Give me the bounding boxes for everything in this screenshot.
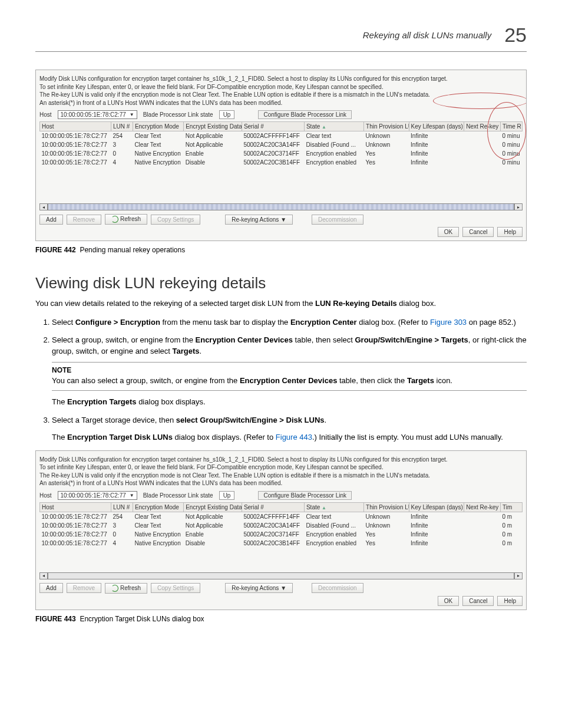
- scrollbar[interactable]: ◂ ▸: [39, 203, 523, 210]
- sort-asc-icon[interactable]: ▲: [322, 505, 326, 510]
- chevron-down-icon: ▼: [130, 493, 134, 498]
- scroll-left-icon[interactable]: ◂: [39, 572, 48, 579]
- table-row[interactable]: 10:00:00:05:1E:78:C2:77254Clear TextNot …: [40, 512, 523, 521]
- lun-table-body-2: 10:00:00:05:1E:78:C2:77254Clear TextNot …: [40, 512, 523, 548]
- table-row[interactable]: 10:00:00:05:1E:78:C2:770Native Encryptio…: [40, 530, 523, 539]
- figure-442-screenshot: Modify Disk LUNs configuration for encry…: [35, 70, 527, 241]
- ok-button[interactable]: OK: [438, 227, 459, 237]
- lun-table-body-1: 10:00:00:05:1E:78:C2:77254Clear TextNot …: [40, 131, 523, 167]
- step-1: Select Configure > Encryption from the m…: [52, 317, 527, 328]
- table-row[interactable]: 10:00:00:05:1E:78:C2:770Native Encryptio…: [40, 149, 523, 158]
- chevron-down-icon: ▼: [130, 112, 134, 117]
- lun-table: HostLUN # Encryption ModeEncrypt Existin…: [39, 121, 523, 167]
- lun-table: HostLUN # Encryption ModeEncrypt Existin…: [39, 502, 523, 548]
- configure-bp-link-button[interactable]: Configure Blade Processor Link: [258, 110, 352, 119]
- scroll-right-icon[interactable]: ▸: [514, 572, 523, 579]
- table-row[interactable]: 10:00:00:05:1E:78:C2:773Clear TextNot Ap…: [40, 140, 523, 149]
- dlg-intro-3: The Re-key LUN is valid only if the encr…: [39, 91, 523, 99]
- scrollbar[interactable]: ◂ ▸: [39, 572, 523, 579]
- copy-settings-button[interactable]: Copy Settings: [151, 215, 200, 225]
- rekey-actions-button[interactable]: Re-keying Actions ▼: [225, 215, 293, 225]
- figure-443-link[interactable]: Figure 443: [276, 433, 312, 442]
- decommission-button[interactable]: Decommission: [312, 215, 363, 225]
- add-button[interactable]: Add: [39, 215, 63, 225]
- remove-button[interactable]: Remove: [67, 215, 101, 225]
- host-select[interactable]: 10:00:00:05:1E:78:C2:77▼: [58, 110, 137, 119]
- page-title: Rekeying all disk LUNs manually: [363, 30, 491, 40]
- help-button[interactable]: Help: [497, 227, 523, 237]
- table-row[interactable]: 10:00:00:05:1E:78:C2:774Native Encryptio…: [40, 539, 523, 548]
- dlg-intro-2: To set infinite Key Lifespan, enter 0, o…: [39, 83, 523, 91]
- figure-442-caption: FIGURE 442 Pending manual rekey operatio…: [35, 246, 527, 254]
- scroll-right-icon[interactable]: ▸: [514, 203, 523, 210]
- host-label: Host: [39, 111, 52, 118]
- figure-443-caption: FIGURE 443 Encryption Target Disk LUNs d…: [35, 615, 527, 623]
- dlg-intro-1: Modify Disk LUNs configuration for encry…: [39, 75, 523, 83]
- chapter-number: 25: [504, 24, 527, 47]
- figure-443-screenshot: Modify Disk LUNs configuration for encry…: [35, 450, 527, 610]
- bp-link-state: Up: [219, 110, 235, 119]
- cancel-button[interactable]: Cancel: [462, 596, 494, 606]
- refresh-button[interactable]: Refresh: [105, 214, 147, 225]
- cancel-button[interactable]: Cancel: [462, 227, 494, 237]
- table-row[interactable]: 10:00:00:05:1E:78:C2:773Clear TextNot Ap…: [40, 521, 523, 530]
- rekey-actions-button[interactable]: Re-keying Actions ▼: [225, 583, 293, 593]
- step-3: Select a Target storage device, then sel…: [52, 414, 527, 443]
- sort-asc-icon[interactable]: ▲: [322, 124, 326, 130]
- host-select[interactable]: 10:00:00:05:1E:78:C2:77▼: [58, 491, 137, 500]
- configure-bp-link-button[interactable]: Configure Blade Processor Link: [258, 491, 352, 500]
- refresh-button[interactable]: Refresh: [105, 583, 147, 594]
- dlg-intro-4: An asterisk(*) in front of a LUN's Host …: [39, 99, 523, 107]
- table-row[interactable]: 10:00:00:05:1E:78:C2:774Native Encryptio…: [40, 158, 523, 167]
- note-header: NOTE: [52, 362, 527, 375]
- copy-settings-button[interactable]: Copy Settings: [151, 583, 200, 593]
- para-intro: You can view details related to the reke…: [35, 298, 527, 309]
- step-3-after: The Encryption Target Disk LUNs dialog b…: [52, 432, 527, 443]
- add-button[interactable]: Add: [39, 583, 63, 593]
- refresh-icon: [111, 216, 118, 223]
- step-2-after: The Encryption Targets dialog box displa…: [52, 397, 527, 408]
- step-2: Select a group, switch, or engine from t…: [52, 334, 527, 408]
- help-button[interactable]: Help: [497, 596, 523, 606]
- bp-link-label: Blade Processor Link state: [143, 111, 213, 118]
- refresh-icon: [111, 585, 118, 592]
- remove-button[interactable]: Remove: [67, 583, 101, 593]
- figure-303-link[interactable]: Figure 303: [430, 318, 467, 327]
- ok-button[interactable]: OK: [438, 596, 459, 606]
- decommission-button[interactable]: Decommission: [312, 583, 363, 593]
- table-row[interactable]: 10:00:00:05:1E:78:C2:77254Clear TextNot …: [40, 131, 523, 141]
- note-body: You can also select a group, switch, or …: [52, 375, 527, 391]
- section-heading: Viewing disk LUN rekeying details: [35, 274, 527, 292]
- scroll-left-icon[interactable]: ◂: [39, 203, 48, 210]
